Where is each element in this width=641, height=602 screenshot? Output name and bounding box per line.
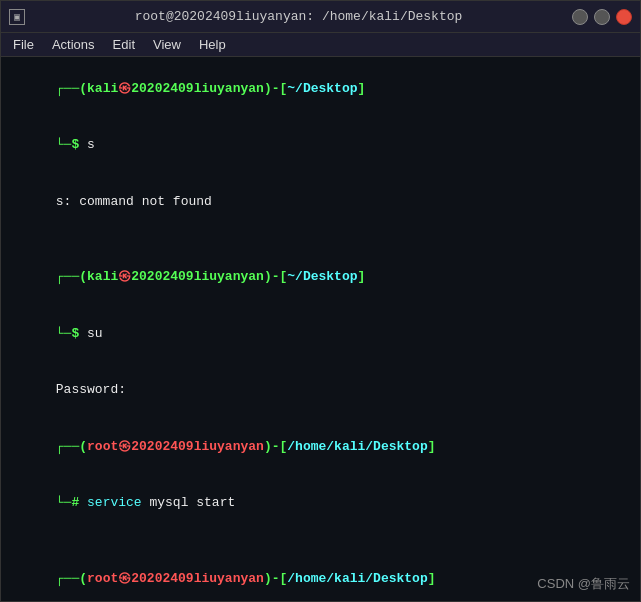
prompt-user-root: root <box>87 571 118 586</box>
prompt-host-root: 20202409liuyanyan <box>131 439 264 454</box>
prompt-path: ~/Desktop <box>287 81 357 96</box>
prompt-bracket-close: ] <box>358 269 366 284</box>
terminal-window: ▣ root@20202409liuyanyan: /home/kali/Des… <box>0 0 641 602</box>
term-line: └─$ su <box>9 306 632 363</box>
prompt-at: ㉿ <box>118 571 131 586</box>
title-bar-left: ▣ <box>9 9 25 25</box>
prompt-bracket-open: ┌──( <box>56 439 87 454</box>
window-title: root@20202409liuyanyan: /home/kali/Deskt… <box>25 9 572 24</box>
prompt-bracket-close: ] <box>358 81 366 96</box>
term-line: └─# service mysql start <box>9 476 632 533</box>
prompt-user-root: root <box>87 439 118 454</box>
prompt-bracket-mid: )-[ <box>264 571 287 586</box>
prompt-host: 20202409liuyanyan <box>131 269 264 284</box>
prompt-bracket-mid: )-[ <box>264 439 287 454</box>
menu-bar: File Actions Edit View Help <box>1 33 640 57</box>
prompt-at: ㉿ <box>118 81 131 96</box>
watermark: CSDN @鲁雨云 <box>537 575 630 593</box>
prompt-path: ~/Desktop <box>287 269 357 284</box>
prompt-hash: └─# <box>56 495 87 510</box>
cmd-text: service <box>87 495 142 510</box>
menu-view[interactable]: View <box>145 35 189 54</box>
maximize-button[interactable] <box>594 9 610 25</box>
term-line: s: command not found <box>9 174 632 231</box>
title-bar: ▣ root@20202409liuyanyan: /home/kali/Des… <box>1 1 640 33</box>
close-button[interactable] <box>616 9 632 25</box>
term-line: └─$ s <box>9 118 632 175</box>
prompt-at: ㉿ <box>118 439 131 454</box>
prompt-path: /home/kali/Desktop <box>287 571 427 586</box>
term-line: ┌──(kali㉿20202409liuyanyan)-[~/Desktop] <box>9 249 632 306</box>
cmd-text: su <box>87 326 103 341</box>
prompt-bracket-close: ] <box>428 571 436 586</box>
prompt-bracket-mid: )-[ <box>264 81 287 96</box>
prompt-host-root: 20202409liuyanyan <box>131 571 264 586</box>
cmd-rest: mysql start <box>142 495 236 510</box>
term-line: ┌──(kali㉿20202409liuyanyan)-[~/Desktop] <box>9 61 632 118</box>
prompt-user: kali <box>87 81 118 96</box>
window-controls <box>572 9 632 25</box>
term-blank <box>9 532 632 551</box>
prompt-bracket-open: ┌──( <box>56 571 87 586</box>
menu-actions[interactable]: Actions <box>44 35 103 54</box>
term-line: ┌──(root㉿20202409liuyanyan)-[/home/kali/… <box>9 419 632 476</box>
terminal-body[interactable]: ┌──(kali㉿20202409liuyanyan)-[~/Desktop] … <box>1 57 640 601</box>
prompt-bracket-open: ┌──( <box>56 81 87 96</box>
output-text: s: command not found <box>56 194 212 209</box>
prompt-path: /home/kali/Desktop <box>287 439 427 454</box>
window-icon: ▣ <box>9 9 25 25</box>
output-text: Password: <box>56 382 126 397</box>
prompt-bracket-close: ] <box>428 439 436 454</box>
menu-edit[interactable]: Edit <box>105 35 143 54</box>
term-blank <box>9 231 632 250</box>
term-line: Password: <box>9 363 632 420</box>
cmd-text: s <box>87 137 95 152</box>
minimize-button[interactable] <box>572 9 588 25</box>
prompt-host: 20202409liuyanyan <box>131 81 264 96</box>
prompt-bracket-mid: )-[ <box>264 269 287 284</box>
prompt-bracket-open: ┌──( <box>56 269 87 284</box>
prompt-dollar: └─$ <box>56 326 87 341</box>
window-icon-char: ▣ <box>14 11 20 23</box>
menu-file[interactable]: File <box>5 35 42 54</box>
prompt-at: ㉿ <box>118 269 131 284</box>
prompt-dollar: └─$ <box>56 137 87 152</box>
prompt-user: kali <box>87 269 118 284</box>
menu-help[interactable]: Help <box>191 35 234 54</box>
